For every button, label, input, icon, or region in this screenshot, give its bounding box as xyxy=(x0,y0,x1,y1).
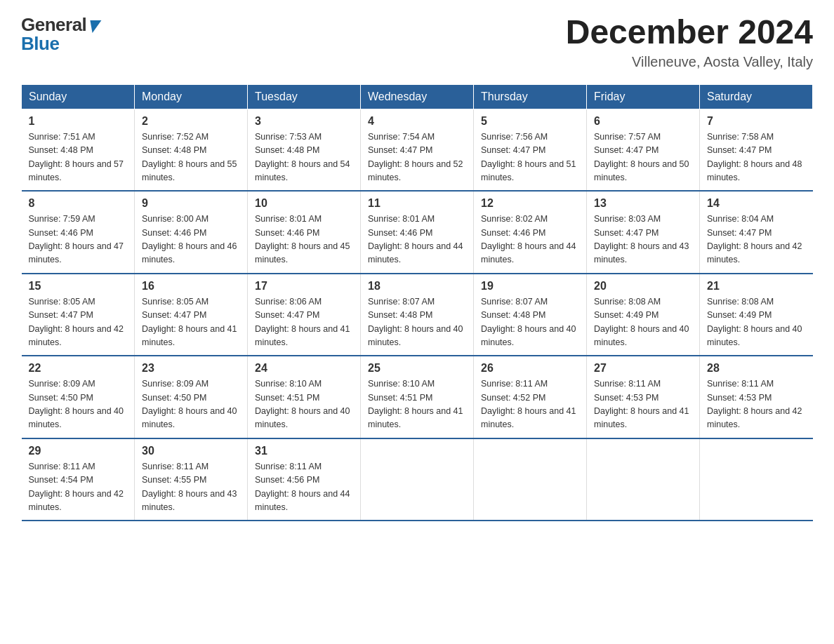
day-info: Sunrise: 7:59 AMSunset: 4:46 PMDaylight:… xyxy=(29,214,124,264)
day-cell-17: 17Sunrise: 8:06 AMSunset: 4:47 PMDayligh… xyxy=(248,274,361,356)
day-info: Sunrise: 8:06 AMSunset: 4:47 PMDaylight:… xyxy=(255,297,350,347)
logo-blue-text: Blue xyxy=(21,33,100,55)
day-number: 20 xyxy=(594,280,692,293)
day-number: 30 xyxy=(142,445,240,457)
day-info: Sunrise: 7:53 AMSunset: 4:48 PMDaylight:… xyxy=(255,132,350,182)
day-number: 2 xyxy=(142,115,240,128)
day-cell-22: 22Sunrise: 8:09 AMSunset: 4:50 PMDayligh… xyxy=(22,356,135,438)
month-title: December 2024 xyxy=(566,14,813,51)
week-row-1: 1Sunrise: 7:51 AMSunset: 4:48 PMDaylight… xyxy=(22,109,813,191)
week-row-3: 15Sunrise: 8:05 AMSunset: 4:47 PMDayligh… xyxy=(22,274,813,356)
day-cell-28: 28Sunrise: 8:11 AMSunset: 4:53 PMDayligh… xyxy=(700,356,813,438)
day-number: 18 xyxy=(368,280,466,293)
day-info: Sunrise: 8:02 AMSunset: 4:46 PMDaylight:… xyxy=(481,214,576,264)
day-cell-21: 21Sunrise: 8:08 AMSunset: 4:49 PMDayligh… xyxy=(700,274,813,356)
day-number: 24 xyxy=(255,362,353,375)
day-cell-5: 5Sunrise: 7:56 AMSunset: 4:47 PMDaylight… xyxy=(474,109,587,191)
day-cell-4: 4Sunrise: 7:54 AMSunset: 4:47 PMDaylight… xyxy=(361,109,474,191)
day-info: Sunrise: 8:11 AMSunset: 4:53 PMDaylight:… xyxy=(594,379,689,429)
day-info: Sunrise: 8:01 AMSunset: 4:46 PMDaylight:… xyxy=(368,214,463,264)
day-info: Sunrise: 8:03 AMSunset: 4:47 PMDaylight:… xyxy=(594,214,689,264)
col-header-wednesday: Wednesday xyxy=(361,84,474,109)
day-info: Sunrise: 8:05 AMSunset: 4:47 PMDaylight:… xyxy=(142,297,237,347)
calendar-table: SundayMondayTuesdayWednesdayThursdayFrid… xyxy=(21,84,813,522)
day-cell-26: 26Sunrise: 8:11 AMSunset: 4:52 PMDayligh… xyxy=(474,356,587,438)
day-number: 15 xyxy=(29,280,128,293)
day-number: 6 xyxy=(594,115,692,128)
col-header-saturday: Saturday xyxy=(700,84,813,109)
day-number: 29 xyxy=(29,445,128,457)
col-header-friday: Friday xyxy=(587,84,700,109)
day-info: Sunrise: 7:57 AMSunset: 4:47 PMDaylight:… xyxy=(594,132,689,182)
day-info: Sunrise: 7:56 AMSunset: 4:47 PMDaylight:… xyxy=(481,132,576,182)
day-number: 14 xyxy=(707,197,806,210)
day-cell-8: 8Sunrise: 7:59 AMSunset: 4:46 PMDaylight… xyxy=(22,191,135,274)
day-number: 23 xyxy=(142,362,240,375)
logo: General Blue xyxy=(21,14,100,55)
day-number: 13 xyxy=(594,197,692,210)
empty-cell xyxy=(700,438,813,521)
day-number: 12 xyxy=(481,197,579,210)
day-cell-14: 14Sunrise: 8:04 AMSunset: 4:47 PMDayligh… xyxy=(700,191,813,274)
empty-cell xyxy=(474,438,587,521)
day-cell-30: 30Sunrise: 8:11 AMSunset: 4:55 PMDayligh… xyxy=(135,438,248,521)
day-cell-7: 7Sunrise: 7:58 AMSunset: 4:47 PMDaylight… xyxy=(700,109,813,191)
calendar-header-row: SundayMondayTuesdayWednesdayThursdayFrid… xyxy=(22,84,813,109)
day-info: Sunrise: 8:08 AMSunset: 4:49 PMDaylight:… xyxy=(594,297,689,347)
day-cell-19: 19Sunrise: 8:07 AMSunset: 4:48 PMDayligh… xyxy=(474,274,587,356)
day-info: Sunrise: 8:11 AMSunset: 4:55 PMDaylight:… xyxy=(142,462,237,512)
day-cell-20: 20Sunrise: 8:08 AMSunset: 4:49 PMDayligh… xyxy=(587,274,700,356)
day-number: 8 xyxy=(29,197,128,210)
day-info: Sunrise: 7:51 AMSunset: 4:48 PMDaylight:… xyxy=(29,132,124,182)
title-block: December 2024 Villeneuve, Aosta Valley, … xyxy=(566,14,813,70)
day-cell-13: 13Sunrise: 8:03 AMSunset: 4:47 PMDayligh… xyxy=(587,191,700,274)
logo-arrow-icon xyxy=(87,20,102,33)
col-header-tuesday: Tuesday xyxy=(248,84,361,109)
empty-cell xyxy=(361,438,474,521)
day-cell-2: 2Sunrise: 7:52 AMSunset: 4:48 PMDaylight… xyxy=(135,109,248,191)
day-cell-29: 29Sunrise: 8:11 AMSunset: 4:54 PMDayligh… xyxy=(22,438,135,521)
page-header: General Blue December 2024 Villeneuve, A… xyxy=(21,14,813,70)
day-info: Sunrise: 8:07 AMSunset: 4:48 PMDaylight:… xyxy=(481,297,576,347)
week-row-5: 29Sunrise: 8:11 AMSunset: 4:54 PMDayligh… xyxy=(22,438,813,521)
day-info: Sunrise: 7:54 AMSunset: 4:47 PMDaylight:… xyxy=(368,132,463,182)
col-header-sunday: Sunday xyxy=(22,84,135,109)
day-number: 27 xyxy=(594,362,692,375)
day-number: 21 xyxy=(707,280,806,293)
day-number: 26 xyxy=(481,362,579,375)
day-number: 22 xyxy=(29,362,128,375)
day-number: 19 xyxy=(481,280,579,293)
day-cell-24: 24Sunrise: 8:10 AMSunset: 4:51 PMDayligh… xyxy=(248,356,361,438)
day-info: Sunrise: 8:11 AMSunset: 4:56 PMDaylight:… xyxy=(255,462,350,512)
day-number: 25 xyxy=(368,362,466,375)
location-text: Villeneuve, Aosta Valley, Italy xyxy=(566,54,813,70)
day-cell-10: 10Sunrise: 8:01 AMSunset: 4:46 PMDayligh… xyxy=(248,191,361,274)
day-cell-25: 25Sunrise: 8:10 AMSunset: 4:51 PMDayligh… xyxy=(361,356,474,438)
day-cell-6: 6Sunrise: 7:57 AMSunset: 4:47 PMDaylight… xyxy=(587,109,700,191)
day-cell-27: 27Sunrise: 8:11 AMSunset: 4:53 PMDayligh… xyxy=(587,356,700,438)
day-number: 9 xyxy=(142,197,240,210)
day-number: 4 xyxy=(368,115,466,128)
empty-cell xyxy=(587,438,700,521)
day-info: Sunrise: 8:05 AMSunset: 4:47 PMDaylight:… xyxy=(29,297,124,347)
week-row-4: 22Sunrise: 8:09 AMSunset: 4:50 PMDayligh… xyxy=(22,356,813,438)
day-info: Sunrise: 8:08 AMSunset: 4:49 PMDaylight:… xyxy=(707,297,802,347)
day-info: Sunrise: 8:00 AMSunset: 4:46 PMDaylight:… xyxy=(142,214,237,264)
day-number: 10 xyxy=(255,197,353,210)
day-number: 1 xyxy=(29,115,128,128)
day-number: 16 xyxy=(142,280,240,293)
day-info: Sunrise: 8:01 AMSunset: 4:46 PMDaylight:… xyxy=(255,214,350,264)
day-info: Sunrise: 8:10 AMSunset: 4:51 PMDaylight:… xyxy=(368,379,463,429)
day-number: 5 xyxy=(481,115,579,128)
day-info: Sunrise: 8:04 AMSunset: 4:47 PMDaylight:… xyxy=(707,214,802,264)
day-cell-31: 31Sunrise: 8:11 AMSunset: 4:56 PMDayligh… xyxy=(248,438,361,521)
day-info: Sunrise: 8:11 AMSunset: 4:53 PMDaylight:… xyxy=(707,379,802,429)
day-info: Sunrise: 8:10 AMSunset: 4:51 PMDaylight:… xyxy=(255,379,350,429)
day-info: Sunrise: 8:09 AMSunset: 4:50 PMDaylight:… xyxy=(142,379,237,429)
day-info: Sunrise: 8:11 AMSunset: 4:54 PMDaylight:… xyxy=(29,462,124,512)
day-number: 28 xyxy=(707,362,806,375)
day-number: 17 xyxy=(255,280,353,293)
day-cell-9: 9Sunrise: 8:00 AMSunset: 4:46 PMDaylight… xyxy=(135,191,248,274)
day-cell-11: 11Sunrise: 8:01 AMSunset: 4:46 PMDayligh… xyxy=(361,191,474,274)
day-cell-16: 16Sunrise: 8:05 AMSunset: 4:47 PMDayligh… xyxy=(135,274,248,356)
